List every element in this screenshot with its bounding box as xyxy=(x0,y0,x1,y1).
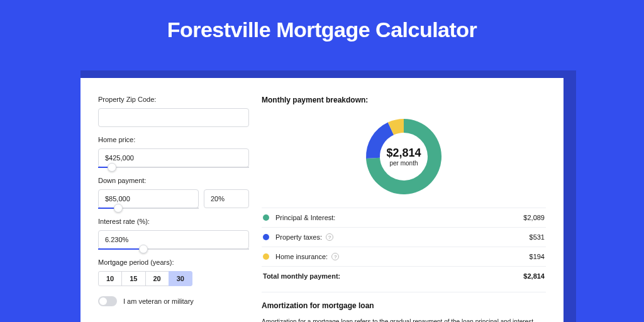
amortization-text: Amortization for a mortgage loan refers … xyxy=(262,318,546,322)
breakdown-column: Monthly payment breakdown: $2,814 per mo… xyxy=(262,96,546,322)
breakdown-row: Property taxes:?$531 xyxy=(262,228,546,247)
home-price-slider[interactable] xyxy=(98,167,249,168)
home-price-slider-thumb[interactable] xyxy=(108,163,116,172)
breakdown-row-amount: $2,089 xyxy=(523,214,545,221)
mortgage-period-option-20[interactable]: 20 xyxy=(145,271,169,286)
breakdown-row: Home insurance:?$194 xyxy=(262,247,546,267)
mortgage-period-label: Mortgage period (years): xyxy=(98,258,249,266)
zip-input[interactable] xyxy=(98,108,249,127)
mortgage-period-option-30[interactable]: 30 xyxy=(169,271,192,286)
breakdown-total-label: Total monthly payment: xyxy=(263,272,523,280)
home-price-label: Home price: xyxy=(98,136,249,143)
breakdown-row-amount: $531 xyxy=(530,233,545,241)
interest-rate-input[interactable] xyxy=(98,230,249,249)
mortgage-period-field: Mortgage period (years): 10152030 xyxy=(98,258,249,286)
veteran-toggle-row: I am veteran or military xyxy=(98,296,249,306)
interest-rate-slider-thumb[interactable] xyxy=(139,245,148,253)
mortgage-period-option-15[interactable]: 15 xyxy=(121,271,145,286)
interest-rate-field: Interest rate (%): xyxy=(98,218,249,250)
breakdown-total-row: Total monthly payment:$2,814 xyxy=(262,267,546,286)
interest-rate-label: Interest rate (%): xyxy=(98,218,249,225)
mortgage-period-option-10[interactable]: 10 xyxy=(98,271,122,286)
down-payment-percent-input[interactable] xyxy=(204,189,249,208)
down-payment-slider-thumb[interactable] xyxy=(114,204,123,213)
page-title: Forestville Mortgage Calculator xyxy=(0,0,644,55)
veteran-toggle-label: I am veteran or military xyxy=(123,297,194,305)
legend-dot xyxy=(263,234,269,240)
help-icon[interactable]: ? xyxy=(326,233,333,241)
breakdown-row: Principal & Interest:$2,089 xyxy=(262,208,546,228)
veteran-toggle[interactable] xyxy=(98,296,117,306)
down-payment-input[interactable] xyxy=(98,189,199,208)
donut-chart: $2,814 per month xyxy=(363,116,445,197)
donut-value: $2,814 xyxy=(386,147,421,160)
calculator-card: Property Zip Code: Home price: Down paym… xyxy=(80,78,564,322)
legend-dot xyxy=(263,214,269,221)
breakdown-title: Monthly payment breakdown: xyxy=(262,96,546,104)
legend-dot xyxy=(263,253,269,260)
breakdown-list: Principal & Interest:$2,089Property taxe… xyxy=(262,208,546,286)
donut-chart-wrap: $2,814 per month xyxy=(262,111,546,208)
down-payment-label: Down payment: xyxy=(98,177,249,184)
breakdown-row-amount: $194 xyxy=(530,253,545,260)
breakdown-row-label: Home insurance:? xyxy=(275,253,530,260)
home-price-field: Home price: xyxy=(98,136,249,168)
down-payment-field: Down payment: xyxy=(98,177,249,209)
help-icon[interactable]: ? xyxy=(331,253,339,260)
amortization-title: Amortization for mortgage loan xyxy=(262,301,546,310)
donut-center: $2,814 per month xyxy=(363,116,445,197)
amortization-block: Amortization for mortgage loan Amortizat… xyxy=(262,292,546,322)
home-price-input[interactable] xyxy=(98,148,249,167)
form-column: Property Zip Code: Home price: Down paym… xyxy=(98,96,249,322)
down-payment-slider[interactable] xyxy=(98,208,199,209)
breakdown-total-amount: $2,814 xyxy=(523,272,545,280)
donut-sub: per month xyxy=(389,160,418,167)
interest-rate-slider[interactable] xyxy=(98,248,249,250)
zip-field: Property Zip Code: xyxy=(98,96,249,127)
breakdown-row-label: Property taxes:? xyxy=(275,233,530,241)
interest-rate-slider-fill xyxy=(98,248,143,250)
zip-label: Property Zip Code: xyxy=(98,96,249,103)
breakdown-row-label: Principal & Interest: xyxy=(275,214,523,221)
mortgage-period-options: 10152030 xyxy=(98,271,249,286)
veteran-toggle-knob xyxy=(99,297,107,305)
